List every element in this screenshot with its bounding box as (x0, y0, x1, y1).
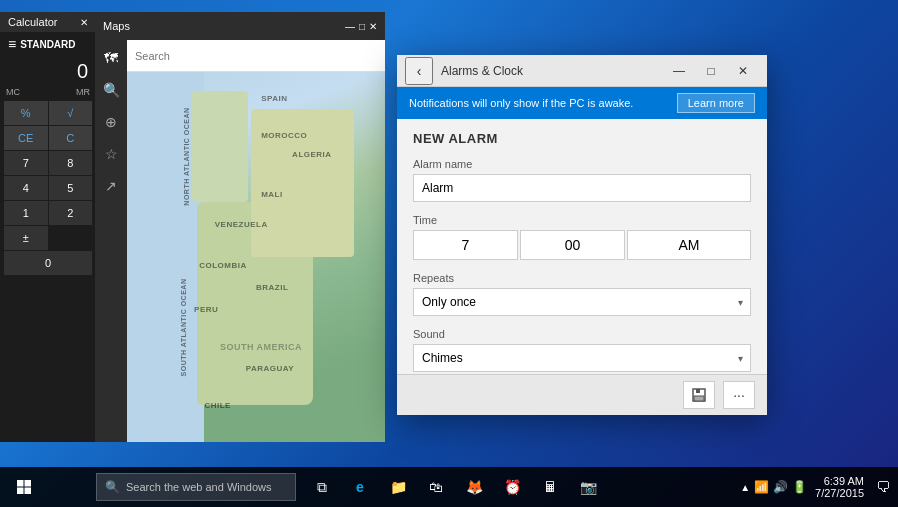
maps-search-bar[interactable] (127, 40, 385, 72)
more-options-button[interactable]: ··· (723, 381, 755, 409)
tray-volume-icon[interactable]: 🔊 (773, 480, 788, 494)
alarm-close-button[interactable]: ✕ (727, 57, 759, 85)
svg-rect-4 (25, 480, 32, 487)
minute-cell[interactable]: 00 (520, 230, 625, 260)
sound-label: Sound (413, 328, 751, 340)
alarm-back-button[interactable]: ‹ (405, 57, 433, 85)
time-label: Time (413, 214, 751, 226)
file-explorer-icon[interactable]: 📁 (380, 467, 416, 507)
alarm-name-label: Alarm name (413, 158, 751, 170)
seven-btn[interactable]: 7 (4, 151, 48, 175)
map-label-spain: SPAIN (261, 94, 287, 103)
alarm-name-input[interactable] (413, 174, 751, 202)
maps-titlebar: Maps — □ ✕ (95, 12, 385, 40)
maps-maximize[interactable]: □ (359, 21, 365, 32)
taskbar-date: 7/27/2015 (815, 487, 864, 499)
maps-nav-icon[interactable]: 🗺 (97, 44, 125, 72)
hamburger-icon[interactable]: ≡ (8, 36, 16, 52)
camera-icon[interactable]: 📷 (570, 467, 606, 507)
map-europe (192, 91, 249, 202)
sqrt-btn[interactable]: √ (49, 101, 93, 125)
hour-cell[interactable]: 7 (413, 230, 518, 260)
maps-minimize[interactable]: — (345, 21, 355, 32)
clear-btn[interactable]: C (49, 126, 93, 150)
calculator-buttons: % √ CE C 7 8 4 5 1 2 ± 0 (0, 99, 96, 277)
taskbar-system-tray: ▲ 📶 🔊 🔋 6:39 AM 7/27/2015 🗨 (736, 475, 898, 499)
calculator-window: Calculator ✕ ≡ STANDARD 0 MC MR % √ CE C… (0, 12, 96, 442)
firefox-icon[interactable]: 🦊 (456, 467, 492, 507)
repeats-select-wrapper: Only once Every day Weekdays Weekends Cu… (413, 288, 751, 316)
taskbar-app-icons: ⧉ e 📁 🛍 🦊 ⏰ 🖩 📷 (304, 467, 606, 507)
ce-btn[interactable]: CE (4, 126, 48, 150)
edge-browser-icon[interactable]: e (342, 467, 378, 507)
notification-area: ▲ 📶 🔊 🔋 (736, 480, 811, 494)
map-label-south-atlantic: South Atlantic Ocean (180, 278, 187, 376)
desktop: Calculator ✕ ≡ STANDARD 0 MC MR % √ CE C… (0, 0, 898, 507)
period-cell[interactable]: AM (627, 230, 751, 260)
five-btn[interactable]: 5 (49, 176, 93, 200)
task-view-button[interactable]: ⧉ (304, 467, 340, 507)
save-button[interactable] (683, 381, 715, 409)
four-btn[interactable]: 4 (4, 176, 48, 200)
repeats-select[interactable]: Only once Every day Weekdays Weekends Cu… (413, 288, 751, 316)
mc-btn[interactable]: MC (6, 87, 20, 97)
one-btn[interactable]: 1 (4, 201, 48, 225)
alarm-footer: ··· (397, 374, 767, 415)
tray-chevron[interactable]: ▲ (740, 482, 750, 493)
alarm-notification-text: Notifications will only show if the PC i… (409, 97, 633, 109)
taskbar-clock[interactable]: 6:39 AM 7/27/2015 (815, 475, 864, 499)
calculator-header: ≡ STANDARD (0, 32, 96, 56)
calculator-close[interactable]: ✕ (80, 17, 88, 28)
eight-btn[interactable]: 8 (49, 151, 93, 175)
map-label-mali: MALI (261, 190, 283, 199)
taskbar-search-icon: 🔍 (105, 480, 120, 494)
save-icon (691, 387, 707, 403)
new-alarm-title: NEW ALARM (413, 131, 751, 146)
zero-btn[interactable]: 0 (4, 251, 92, 275)
svg-rect-1 (696, 389, 700, 393)
map-label-colombia: COLOMBIA (199, 261, 247, 270)
map-label-peru: PERU (194, 305, 218, 314)
maps-title-text: Maps (103, 20, 130, 32)
plusminus-btn[interactable]: ± (4, 226, 48, 250)
svg-rect-6 (25, 488, 32, 495)
maps-window: Maps — □ ✕ 🗺 🔍 ⊕ ☆ ↗ (95, 12, 385, 442)
calculator-display: 0 (0, 56, 96, 85)
learn-more-button[interactable]: Learn more (677, 93, 755, 113)
store-icon[interactable]: 🛍 (418, 467, 454, 507)
alarm-minimize-button[interactable]: — (663, 57, 695, 85)
alarm-notification-bar: Notifications will only show if the PC i… (397, 87, 767, 119)
maps-search-sidebar-icon[interactable]: 🔍 (97, 76, 125, 104)
map-label-algeria: ALGERIA (292, 150, 332, 159)
sound-select[interactable]: Chimes Alarm Beep Echo Flute (413, 344, 751, 372)
maps-sidebar: 🗺 🔍 ⊕ ☆ ↗ (95, 40, 127, 442)
calculator-mode: STANDARD (20, 39, 75, 50)
maps-map-area: SPAIN MOROCCO ALGERIA MALI VENEZUELA COL… (127, 72, 385, 442)
alarm-maximize-button[interactable]: □ (695, 57, 727, 85)
tray-wifi-icon[interactable]: 📶 (754, 480, 769, 494)
taskbar-time: 6:39 AM (824, 475, 864, 487)
alarm-form-body: NEW ALARM Alarm name Time 7 00 AM Repeat… (397, 119, 767, 374)
two-btn[interactable]: 2 (49, 201, 93, 225)
map-label-north-atlantic: North Atlantic Ocean (183, 108, 190, 206)
percent-btn[interactable]: % (4, 101, 48, 125)
maps-layers-icon[interactable]: ⊕ (97, 108, 125, 136)
time-row: 7 00 AM (413, 230, 751, 260)
mr-btn[interactable]: MR (76, 87, 90, 97)
calculator-taskbar-icon[interactable]: 🖩 (532, 467, 568, 507)
alarm-titlebar: ‹ Alarms & Clock — □ ✕ (397, 55, 767, 87)
maps-directions-icon[interactable]: ↗ (97, 172, 125, 200)
svg-rect-5 (17, 488, 24, 495)
taskbar-search-placeholder: Search the web and Windows (126, 481, 272, 493)
maps-close[interactable]: ✕ (369, 21, 377, 32)
map-label-brazil: BRAZIL (256, 283, 288, 292)
maps-favorites-icon[interactable]: ☆ (97, 140, 125, 168)
maps-search-input[interactable] (127, 50, 385, 62)
alarm-window-controls: — □ ✕ (663, 57, 759, 85)
action-center-icon[interactable]: 🗨 (872, 479, 890, 495)
svg-rect-2 (694, 396, 704, 401)
alarms-taskbar-icon[interactable]: ⏰ (494, 467, 530, 507)
start-button[interactable] (0, 467, 48, 507)
tray-battery-icon[interactable]: 🔋 (792, 480, 807, 494)
taskbar-search-box[interactable]: 🔍 Search the web and Windows (96, 473, 296, 501)
